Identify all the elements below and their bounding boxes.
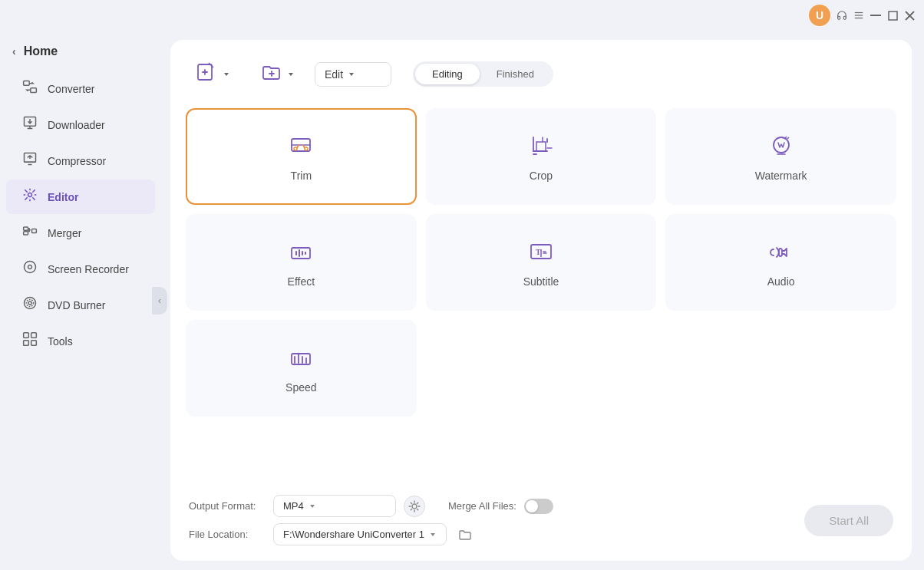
merger-label: Merger: [48, 227, 81, 239]
trim-label: Trim: [291, 170, 312, 182]
screen-recorder-label: Screen Recorder: [48, 263, 129, 275]
editor-grid: Trim Crop: [186, 108, 896, 483]
file-location-value: F:\Wondershare UniConverter 1: [283, 529, 424, 540]
svg-point-16: [28, 265, 32, 269]
menu-icon[interactable]: [853, 10, 864, 21]
svg-point-28: [305, 147, 308, 150]
converter-icon: [21, 79, 38, 98]
svg-rect-4: [889, 12, 897, 20]
edit-dropdown[interactable]: Edit: [315, 62, 391, 87]
subtitle-card[interactable]: T Subtitle: [426, 214, 657, 311]
merge-files-row: Merge All Files:: [448, 499, 553, 514]
settings-gear-icon: [408, 500, 421, 512]
maximize-button[interactable]: [887, 10, 898, 21]
sidebar-item-tools[interactable]: Tools: [6, 324, 155, 358]
add-file-dropdown-icon: [223, 71, 230, 78]
crop-icon: [526, 131, 556, 162]
back-arrow-icon: ‹: [12, 45, 16, 58]
crop-label: Crop: [530, 170, 553, 182]
subtitle-label: Subtitle: [523, 275, 559, 288]
headset-icon[interactable]: [837, 10, 847, 21]
editor-icon: [21, 187, 38, 206]
close-button[interactable]: [904, 10, 915, 21]
svg-rect-3: [870, 15, 881, 16]
sidebar-item-dvd-burner[interactable]: DVD Burner: [6, 288, 155, 322]
file-location-select[interactable]: F:\Wondershare UniConverter 1: [273, 523, 447, 545]
merge-toggle-switch[interactable]: [524, 499, 553, 514]
audio-card[interactable]: Audio: [665, 214, 896, 311]
svg-rect-37: [779, 249, 782, 256]
home-nav[interactable]: ‹ Home: [0, 38, 161, 71]
toggle-knob: [526, 500, 538, 512]
add-file-icon: [196, 61, 218, 87]
file-location-row: File Location: F:\Wondershare UniConvert…: [189, 523, 553, 545]
svg-rect-13: [24, 232, 28, 235]
speed-label: Speed: [285, 381, 316, 394]
edit-dropdown-arrow-icon: [348, 71, 355, 78]
add-folder-dropdown-icon: [287, 71, 295, 78]
svg-rect-30: [292, 248, 310, 259]
effect-card[interactable]: Effect: [186, 214, 417, 311]
content-panel: Edit Editing Finished: [170, 40, 912, 561]
sidebar-item-converter[interactable]: Converter: [6, 71, 155, 106]
compressor-label: Compressor: [48, 155, 106, 167]
dvd-burner-icon: [21, 295, 38, 315]
svg-rect-8: [31, 88, 37, 93]
crop-card[interactable]: Crop: [426, 108, 657, 205]
svg-point-43: [412, 504, 417, 509]
sidebar-item-screen-recorder[interactable]: Screen Recorder: [6, 252, 155, 286]
toolbar: Edit Editing Finished: [186, 55, 896, 93]
open-folder-button[interactable]: [454, 524, 476, 545]
output-format-label: Output Format:: [189, 500, 266, 512]
downloader-icon: [21, 115, 38, 134]
effect-icon: [285, 237, 316, 268]
svg-rect-20: [24, 333, 29, 338]
add-folder-icon: [261, 62, 282, 86]
edit-dropdown-label: Edit: [325, 68, 343, 81]
merger-icon: [21, 223, 38, 242]
folder-icon: [458, 528, 472, 542]
dvd-burner-label: DVD Burner: [48, 299, 105, 311]
trim-icon: [285, 131, 316, 162]
bottom-bar: Output Format: MP4 Merge All: [186, 495, 896, 545]
add-file-button[interactable]: [186, 55, 241, 93]
start-all-button[interactable]: Start All: [804, 505, 893, 536]
title-bar: U: [0, 0, 924, 31]
svg-rect-12: [24, 227, 28, 230]
speed-icon: [285, 343, 316, 374]
editor-label: Editor: [48, 191, 78, 203]
trim-card[interactable]: Trim: [186, 108, 417, 205]
location-dropdown-arrow-icon: [429, 531, 437, 539]
sidebar-item-editor[interactable]: Editor: [6, 180, 155, 214]
screen-recorder-icon: [21, 259, 38, 278]
output-format-row: Output Format: MP4 Merge All: [189, 495, 553, 517]
compressor-icon: [21, 151, 38, 170]
sidebar-item-downloader[interactable]: Downloader: [6, 107, 155, 142]
user-avatar: U: [809, 5, 830, 26]
output-format-value: MP4: [283, 500, 304, 512]
downloader-label: Downloader: [48, 119, 105, 131]
add-folder-button[interactable]: [250, 56, 305, 92]
editing-toggle-button[interactable]: Editing: [415, 64, 480, 84]
audio-label: Audio: [767, 275, 795, 288]
minimize-button[interactable]: [870, 10, 881, 21]
watermark-card[interactable]: Watermark: [665, 108, 896, 205]
audio-icon: [766, 237, 797, 268]
svg-rect-22: [24, 341, 29, 346]
output-format-select[interactable]: MP4: [273, 495, 396, 517]
sidebar-item-compressor[interactable]: Compressor: [6, 143, 155, 178]
svg-rect-14: [32, 229, 37, 233]
svg-text:T: T: [536, 248, 541, 256]
format-dropdown-arrow-icon: [309, 502, 316, 510]
svg-point-18: [28, 301, 31, 305]
svg-rect-7: [24, 81, 30, 86]
finished-toggle-button[interactable]: Finished: [480, 64, 551, 84]
sidebar-item-merger[interactable]: Merger: [6, 216, 155, 250]
tools-icon: [21, 331, 38, 351]
format-settings-button[interactable]: [404, 496, 425, 517]
tools-label: Tools: [48, 335, 73, 348]
speed-card[interactable]: Speed: [186, 320, 417, 417]
sidebar-collapse-button[interactable]: ‹: [152, 287, 167, 315]
main-content: Edit Editing Finished: [161, 31, 924, 570]
sidebar: ‹ Home Converter Downloader: [0, 31, 161, 570]
